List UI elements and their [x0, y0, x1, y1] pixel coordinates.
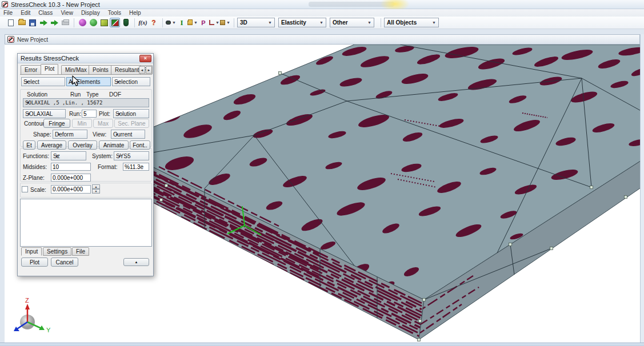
min-button[interactable]: Min: [72, 119, 92, 128]
bottom-tab-file[interactable]: File: [72, 247, 89, 256]
print-icon[interactable]: [60, 18, 70, 27]
view-combo[interactable]: Current▼: [111, 130, 145, 139]
run-input[interactable]: [82, 110, 97, 118]
window-frame-bottom: [0, 343, 644, 346]
scale-input[interactable]: [51, 185, 91, 194]
empty-list-panel[interactable]: [20, 199, 152, 247]
shape-label: Shape:: [33, 131, 51, 138]
view-label: View:: [93, 131, 106, 138]
dialog-title-bar[interactable]: Results StressCheck: [18, 54, 153, 63]
objects-combo[interactable]: All Objects▼: [384, 18, 439, 27]
tab-resultant[interactable]: Resultant: [111, 65, 143, 74]
results-flag-icon[interactable]: [110, 18, 120, 27]
results-dialog: Results StressCheck × Error Plot Min/Max…: [17, 53, 154, 276]
document-title: New Project: [17, 37, 48, 43]
mouse-cursor: [72, 75, 81, 87]
menu-bar: File Edit Class View Display Tools Help: [0, 9, 644, 17]
overlay-button[interactable]: Overlay: [68, 140, 97, 150]
select-method-combo[interactable]: Select▼: [21, 77, 65, 86]
midsides-input[interactable]: [51, 163, 91, 171]
menu-file[interactable]: File: [3, 10, 13, 16]
tab-strip-line: [20, 74, 152, 75]
import-icon[interactable]: [38, 18, 49, 27]
class-combo[interactable]: Elasticity▼: [278, 18, 326, 27]
menu-help[interactable]: Help: [129, 10, 141, 16]
select-mode-dropdown[interactable]: ▼: [166, 18, 176, 27]
title-bar: StressCheck 10.3 - New Project: [0, 0, 644, 9]
et-button[interactable]: Et: [23, 140, 35, 150]
sec-plane-button[interactable]: Sec. Plane: [114, 119, 149, 128]
bottom-tab-input[interactable]: Input: [21, 247, 42, 256]
open-folder-icon[interactable]: [17, 18, 27, 27]
format-input[interactable]: [123, 163, 149, 171]
dof-header: DOF: [109, 91, 121, 98]
toolbar-separator: [381, 18, 381, 27]
toolbar-separator: [74, 18, 74, 27]
ibeam-tool-icon[interactable]: I: [177, 18, 187, 27]
tab-minmax[interactable]: Min/Max: [61, 65, 91, 74]
solver-vase-icon[interactable]: [121, 18, 131, 27]
system-label: System:: [92, 153, 113, 159]
window-title: StressCheck 10.3 - New Project: [11, 1, 100, 8]
animate-button[interactable]: Animate: [99, 140, 129, 150]
help-icon[interactable]: ?: [149, 18, 159, 27]
toolbar-separator: [162, 18, 163, 27]
format-label: Format:: [98, 164, 117, 170]
folder-tool-dropdown[interactable]: ▼: [187, 18, 198, 27]
app-logo-icon: [2, 1, 8, 7]
new-document-icon[interactable]: [6, 18, 16, 27]
export-icon[interactable]: [49, 18, 59, 27]
run-header: Run: [70, 91, 81, 98]
scale-label: Scale:: [30, 187, 46, 193]
expand-button[interactable]: ▲: [123, 258, 149, 266]
camera-tool-dropdown[interactable]: ▼: [220, 18, 230, 27]
run-label: Run:: [69, 111, 81, 117]
tab-points[interactable]: Points: [89, 65, 113, 74]
save-icon[interactable]: [27, 18, 38, 27]
scale-spinner[interactable]: ▲▼: [92, 184, 100, 194]
points-tool-icon[interactable]: P: [198, 18, 209, 27]
font-button[interactable]: Font..: [130, 140, 150, 150]
tab-plot[interactable]: Plot: [41, 64, 58, 74]
z-axis-label: Z: [25, 297, 29, 304]
mesh-box-icon[interactable]: [99, 18, 109, 27]
plot-button[interactable]: Plot: [21, 258, 48, 267]
formula-icon[interactable]: f(x): [138, 18, 148, 27]
tab-error[interactable]: Error: [21, 65, 41, 74]
scale-checkbox[interactable]: [22, 186, 28, 192]
selection-combo[interactable]: Selection▼: [112, 77, 150, 86]
functions-combo[interactable]: Sz▼: [51, 151, 86, 160]
bottom-tab-settings[interactable]: Settings: [43, 247, 71, 256]
system-combo[interactable]: SYS5▼: [114, 151, 149, 160]
shape-combo[interactable]: Deform▼: [53, 130, 87, 139]
max-button[interactable]: Max: [93, 119, 113, 128]
dialog-close-button[interactable]: ×: [139, 55, 151, 62]
tab-scroll-left[interactable]: ◄: [139, 66, 145, 74]
menu-edit[interactable]: Edit: [21, 10, 30, 16]
y-axis-label: Y: [46, 327, 51, 333]
midsides-label: Midsides:: [23, 164, 47, 170]
zplane-input[interactable]: [51, 174, 91, 182]
menu-class[interactable]: Class: [38, 10, 53, 16]
functions-label: Functions:: [23, 153, 49, 159]
menu-display[interactable]: Display: [81, 10, 100, 16]
axes-tool-dropdown[interactable]: ▼: [209, 18, 219, 27]
geometry-sphere-icon[interactable]: [88, 18, 98, 27]
toolbar-separator: [234, 18, 234, 27]
zplane-label: Z-Plane:: [23, 175, 45, 181]
dimension-combo[interactable]: 3D▼: [237, 18, 275, 27]
method-combo[interactable]: Other▼: [330, 18, 374, 27]
document-icon: [7, 36, 14, 43]
document-caption[interactable]: New Project: [5, 34, 640, 45]
material-sphere-icon[interactable]: [77, 18, 87, 27]
plot-type-combo[interactable]: Solution▼: [113, 109, 149, 118]
average-button[interactable]: Average: [37, 140, 66, 150]
fringe-button[interactable]: Fringe: [43, 119, 70, 128]
menu-tools[interactable]: Tools: [108, 10, 121, 16]
solution-name-combo[interactable]: SOLAXIAL▼: [23, 109, 66, 118]
tab-scroll-right[interactable]: ►: [146, 66, 152, 74]
solution-record-combo[interactable]: SOLAXIAL ,5 ,Lin. , 15672▼: [23, 98, 149, 107]
cancel-button[interactable]: Cancel: [51, 258, 78, 267]
orientation-triad: Z Y: [10, 297, 56, 343]
menu-view[interactable]: View: [61, 10, 73, 16]
